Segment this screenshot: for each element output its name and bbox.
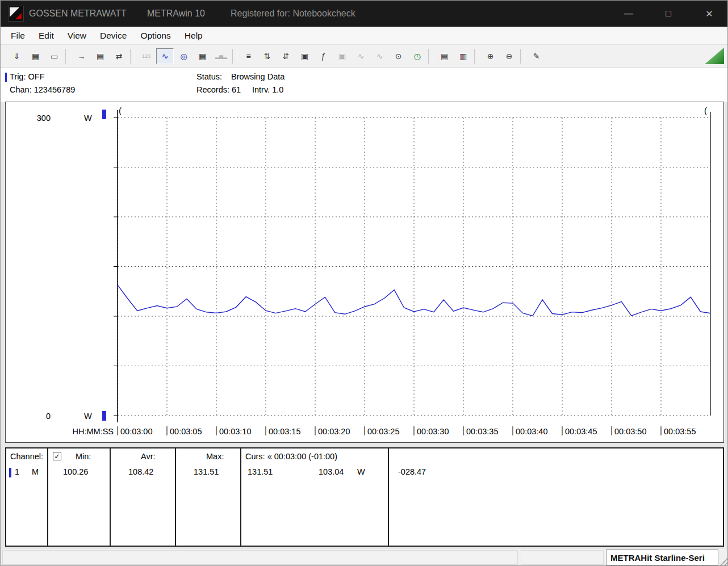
channel-list: Chan: 123456789: [10, 85, 75, 94]
menu-item-help[interactable]: Help: [178, 28, 210, 44]
toolbar-button-annotation[interactable]: ✎: [528, 48, 545, 64]
toolbar-separator: [130, 49, 135, 64]
menu-item-edit[interactable]: Edit: [32, 28, 61, 44]
toolbar-button-xy-chart-view[interactable]: ◎: [175, 48, 193, 64]
toolbar-button-zoom-out[interactable]: ⊖: [500, 48, 518, 64]
device-name: METRAHit Starline-Seri: [606, 550, 718, 565]
print-preview-icon: ▤: [441, 52, 448, 61]
formula-icon: ƒ: [321, 52, 326, 61]
column-divider: [240, 448, 241, 546]
toolbar-button-card-database[interactable]: ▤: [91, 48, 109, 64]
statistics-table: Channel: Min: Avr: Max: Curs: « 00:03:00…: [5, 447, 724, 547]
maximize-button[interactable]: □: [655, 1, 682, 27]
resize-corner-icon: [705, 48, 724, 64]
x-tick-label: 00:03:45: [565, 427, 597, 436]
manual-trigger-icon: ⊙: [395, 52, 402, 61]
cell-delta: -028.47: [398, 467, 426, 476]
device-program-icon: ⇵: [283, 52, 290, 61]
toolbar-button-print-preview[interactable]: ▤: [436, 48, 453, 64]
toolbar: ⇓▦▭→▤⇄123∿◎▦▂▅▂≡⇅⇵▣ƒ▣∿∿⊙◷▤▥⊕⊖✎: [1, 45, 728, 68]
toolbar-button-device-settings[interactable]: ≡: [240, 48, 257, 64]
x-tick-label: 00:03:55: [664, 427, 696, 436]
close-button[interactable]: ✕: [696, 1, 723, 27]
menu-item-file[interactable]: File: [4, 28, 32, 44]
cursor-2-grip[interactable]: (: [704, 106, 707, 115]
device-read-icon: ⇅: [264, 52, 271, 61]
toolbar-button-trigger-down: ∿: [371, 48, 388, 64]
trigger-up-icon: ∿: [358, 52, 365, 61]
column-divider: [388, 448, 389, 546]
table-view-icon: ▦: [199, 52, 206, 61]
header-channel: Channel:: [10, 452, 43, 461]
x-tick-label: 00:03:40: [516, 427, 547, 436]
cell-avr: 108.42: [128, 467, 153, 476]
cell-min: 100.26: [63, 467, 88, 476]
status-label: Status:: [196, 72, 222, 81]
channel-color-tick: [5, 73, 7, 82]
toolbar-button-formula[interactable]: ƒ: [315, 48, 332, 64]
toolbar-button-device-read[interactable]: ⇅: [258, 48, 276, 64]
x-tick-label: 00:03:20: [318, 427, 350, 436]
timer-icon: ◷: [413, 52, 420, 61]
monitor-view-icon: ▣: [301, 52, 308, 61]
chart-panel: ((00:03:0000:03:0500:03:1000:03:1500:03:…: [5, 102, 724, 443]
channel-row-marker: [9, 468, 11, 477]
card-database-icon: ▤: [97, 52, 104, 61]
status-bar: METRAHit Starline-Seri: [1, 548, 728, 566]
x-axis-label: HH:MM:SS: [73, 427, 114, 436]
toolbar-button-open-file[interactable]: ⇓: [8, 48, 26, 64]
x-tick-label: 00:03:25: [367, 427, 399, 436]
cell-unit: W: [357, 467, 365, 476]
y-max-label: 300: [37, 114, 51, 123]
toolbar-button-manual-trigger[interactable]: ⊙: [390, 48, 407, 64]
toolbar-button-table-view[interactable]: ▦: [194, 48, 211, 64]
header-min: Min:: [76, 452, 91, 461]
toolbar-button-print[interactable]: ▥: [454, 48, 472, 64]
cell-cursor2: 103.04: [319, 467, 344, 476]
cell-max: 131.51: [194, 467, 219, 476]
trigger-status: Trig: OFF: [10, 72, 44, 81]
toolbar-button-zoom-in[interactable]: ⊕: [482, 48, 499, 64]
toolbar-button-save-file[interactable]: ▦: [27, 48, 44, 64]
info-bar: Trig: OFF Chan: 123456789 Status: Browsi…: [1, 68, 728, 102]
cell-cursor1: 131.51: [248, 467, 273, 476]
column-divider: [47, 448, 48, 546]
toolbar-button-card-export[interactable]: ⇄: [110, 48, 128, 64]
y-unit-bottom: W: [84, 412, 92, 421]
toolbar-separator: [520, 49, 525, 64]
open-folder-icon: ▭: [51, 52, 58, 61]
channel-visible-checkbox[interactable]: [53, 452, 61, 460]
channel-marker-bottom: [102, 411, 106, 421]
numeric-view-icon: 123: [142, 53, 150, 59]
x-tick-label: 00:03:00: [120, 427, 152, 436]
power-chart[interactable]: ((00:03:0000:03:0500:03:1000:03:1500:03:…: [6, 102, 723, 442]
statusbar-middle-pane: [521, 550, 604, 565]
toolbar-separator: [474, 49, 479, 64]
toolbar-button-yt-chart-view[interactable]: ∿: [156, 48, 174, 64]
resize-grip[interactable]: [718, 556, 728, 566]
toolbar-button-timer[interactable]: ◷: [408, 48, 426, 64]
toolbar-button-trigger-up: ∿: [352, 48, 370, 64]
minimize-button[interactable]: —: [615, 1, 642, 27]
menu-item-options[interactable]: Options: [133, 28, 177, 44]
toolbar-button-monitor-view[interactable]: ▣: [296, 48, 313, 64]
toolbar-button-open-folder[interactable]: ▭: [45, 48, 63, 64]
menu-item-view[interactable]: View: [61, 28, 93, 44]
cell-channel: 1: [15, 467, 19, 476]
menu-bar: FileEditViewDeviceOptionsHelp: [1, 27, 728, 45]
menu-item-device[interactable]: Device: [93, 28, 133, 44]
app-title: METRAwin 10: [147, 1, 205, 27]
toolbar-button-card-import[interactable]: →: [73, 48, 90, 64]
toolbar-button-numeric-view: 123: [137, 48, 155, 64]
cursor-1-grip[interactable]: (: [119, 106, 122, 115]
gossen-metrawatt-logo-icon: [8, 6, 24, 22]
toolbar-button-device-program[interactable]: ⇵: [277, 48, 295, 64]
x-tick-label: 00:03:15: [269, 427, 300, 436]
header-cursor: Curs: « 00:03:00 (-01:00): [245, 452, 337, 461]
zoom-in-icon: ⊕: [487, 52, 494, 61]
toolbar-separator: [428, 49, 433, 64]
zoom-out-icon: ⊖: [506, 52, 513, 61]
print-icon: ▥: [459, 52, 467, 61]
records-count: Records: 61: [196, 85, 241, 94]
card-export-icon: ⇄: [116, 52, 123, 61]
